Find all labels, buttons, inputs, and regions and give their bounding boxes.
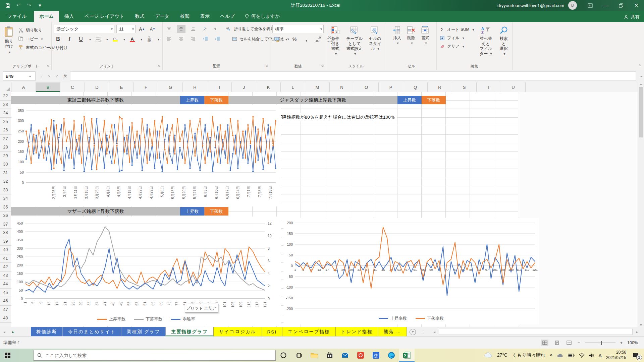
- tab-formulas[interactable]: 数式: [129, 11, 150, 22]
- column-header-U[interactable]: U: [501, 82, 526, 92]
- column-header-G[interactable]: G: [158, 82, 183, 92]
- alignment-dialog-launcher[interactable]: ⇲: [265, 64, 269, 68]
- font-size-combo[interactable]: 11▾: [116, 25, 136, 33]
- column-header-H[interactable]: H: [183, 82, 207, 92]
- align-bottom-button[interactable]: [189, 25, 198, 33]
- row-header-40[interactable]: 40: [0, 246, 11, 254]
- sheet-tab-騰落 …[interactable]: 騰落 …: [378, 327, 407, 337]
- row-header-29[interactable]: 29: [0, 152, 11, 161]
- start-button[interactable]: [0, 349, 15, 362]
- comma-style-button[interactable]: ,: [302, 35, 311, 43]
- row-header-43[interactable]: 43: [0, 272, 11, 280]
- tab-view[interactable]: 表示: [195, 11, 215, 22]
- sheet-tab-株価診断[interactable]: 株価診断: [31, 327, 63, 337]
- tab-review[interactable]: 校閲: [175, 11, 195, 22]
- row-header-33[interactable]: 33: [0, 186, 11, 195]
- chart-jasdaq[interactable]: 200150100500-50-100-150-2001591317212529…: [283, 218, 539, 324]
- vertical-scroll-thumb[interactable]: [639, 87, 643, 137]
- row-header-41[interactable]: 41: [0, 254, 11, 263]
- fill-button[interactable]: フィル▾: [439, 35, 474, 41]
- restore-button[interactable]: [613, 0, 629, 11]
- row-header-48[interactable]: 48: [0, 314, 11, 323]
- insert-cells-button[interactable]: 挿入▾: [391, 25, 403, 47]
- clear-button[interactable]: クリア▾: [439, 43, 474, 50]
- bold-button[interactable]: B: [54, 35, 62, 43]
- clipboard-dialog-launcher[interactable]: ⇲: [46, 64, 50, 68]
- taskbar-search[interactable]: [34, 350, 276, 361]
- at-menu-icon[interactable]: @menu: [368, 349, 384, 362]
- scroll-up-arrow[interactable]: ▲: [640, 82, 643, 86]
- row-header-22[interactable]: 22: [0, 92, 11, 101]
- row-header-46[interactable]: 46: [0, 297, 11, 306]
- row-header-38[interactable]: 38: [0, 229, 11, 237]
- italic-button[interactable]: I: [65, 35, 74, 43]
- onedrive-icon[interactable]: [557, 353, 564, 358]
- ime-indicator[interactable]: A: [598, 353, 602, 358]
- undo-button[interactable]: ↶: [15, 2, 21, 8]
- delete-cells-button[interactable]: 削除▾: [405, 25, 417, 47]
- save-button[interactable]: [5, 2, 11, 8]
- cancel-entry-button[interactable]: ×: [48, 74, 51, 79]
- scroll-down-arrow[interactable]: ▼: [640, 323, 643, 327]
- sheet-tab-サイコロジカル[interactable]: サイコロジカル: [214, 327, 262, 337]
- column-header-M[interactable]: M: [305, 82, 330, 92]
- column-header-N[interactable]: N: [330, 82, 354, 92]
- zoom-slider[interactable]: [585, 343, 615, 343]
- new-sheet-button[interactable]: +: [410, 329, 416, 335]
- weather-icon[interactable]: [484, 352, 493, 359]
- column-header-D[interactable]: D: [85, 82, 109, 92]
- formula-input[interactable]: [70, 71, 636, 81]
- ribbon-display-options-button[interactable]: [582, 0, 598, 11]
- sheet-tab-トレンド指標[interactable]: トレンド指標: [336, 327, 378, 337]
- mothers-down-button[interactable]: 下落数: [204, 207, 228, 216]
- name-box[interactable]: ▾: [3, 71, 36, 81]
- align-top-button[interactable]: [165, 25, 173, 33]
- chart-mothers[interactable]: 0501001502002503003504004500246810121591…: [11, 217, 281, 326]
- page-layout-view-button[interactable]: [553, 340, 560, 346]
- avatar[interactable]: D: [568, 1, 577, 10]
- horizontal-scrollbar[interactable]: ◂ ▸: [430, 328, 641, 336]
- row-header-36[interactable]: 36: [0, 212, 11, 220]
- column-header-F[interactable]: F: [134, 82, 158, 92]
- insert-function-button[interactable]: fx: [64, 73, 67, 79]
- expand-formula-bar-button[interactable]: ▾: [640, 74, 642, 78]
- row-header-32[interactable]: 32: [0, 177, 11, 186]
- taskbar-search-input[interactable]: [45, 353, 272, 358]
- store-icon[interactable]: [322, 349, 337, 362]
- battery-icon[interactable]: [568, 354, 575, 357]
- paste-button[interactable]: 貼り付け ▾: [2, 25, 16, 56]
- row-header-42[interactable]: 42: [0, 263, 11, 272]
- column-header-O[interactable]: O: [354, 82, 379, 92]
- zoom-in-button[interactable]: +: [620, 341, 623, 345]
- borders-button[interactable]: [94, 35, 102, 43]
- edge-icon[interactable]: [384, 349, 399, 362]
- format-as-table-button[interactable]: テーブルとして書式設定 ▾: [343, 25, 366, 58]
- row-header-27[interactable]: 27: [0, 135, 11, 143]
- close-button[interactable]: ✕: [629, 0, 644, 11]
- sheet-tab-今日のまとめサイト[interactable]: 今日のまとめサイト: [63, 327, 121, 337]
- row-header-45[interactable]: 45: [0, 289, 11, 297]
- collapse-ribbon-button[interactable]: ^: [639, 64, 641, 68]
- underline-button[interactable]: U: [76, 35, 85, 43]
- file-explorer-icon[interactable]: [307, 349, 322, 362]
- hscroll-left-arrow[interactable]: ◂: [430, 330, 439, 334]
- column-header-K[interactable]: K: [256, 82, 281, 92]
- jasdaq-up-button[interactable]: 上昇数: [397, 96, 422, 104]
- name-box-input[interactable]: [3, 73, 28, 79]
- number-dialog-launcher[interactable]: ⇲: [321, 64, 325, 68]
- accounting-format-button[interactable]: [272, 35, 281, 43]
- tell-me-search[interactable]: 何をしますか: [240, 11, 285, 22]
- sheet-tab-エンベロープ指標[interactable]: エンベロープ指標: [282, 327, 336, 337]
- tosho2-down-button[interactable]: 下落数: [204, 96, 228, 104]
- align-center-button[interactable]: [177, 35, 185, 43]
- jasdaq-down-button[interactable]: 下落数: [422, 96, 446, 104]
- sheet-nav-left[interactable]: ◂: [0, 327, 9, 337]
- cortana-icon[interactable]: [276, 349, 291, 362]
- row-header-26[interactable]: 26: [0, 126, 11, 135]
- row-header-39[interactable]: 39: [0, 237, 11, 246]
- sheet-tab-RSI[interactable]: RSI: [262, 327, 283, 337]
- font-color-button[interactable]: A: [128, 35, 137, 43]
- font-dialog-launcher[interactable]: ⇲: [157, 64, 161, 68]
- tab-page-layout[interactable]: ページ レイアウト: [79, 11, 129, 22]
- column-header-R[interactable]: R: [428, 82, 452, 92]
